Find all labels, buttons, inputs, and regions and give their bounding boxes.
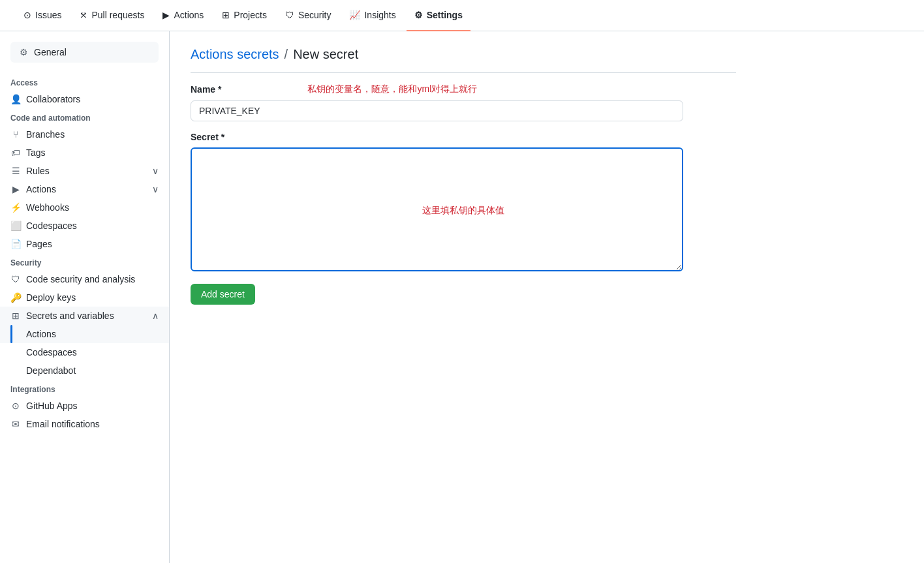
branches-label: Branches	[26, 129, 65, 140]
general-label: General	[34, 47, 67, 57]
nav-label-actions: Actions	[174, 10, 204, 20]
name-input[interactable]	[191, 100, 683, 121]
add-secret-button[interactable]: Add secret	[191, 284, 255, 305]
nav-label-projects: Projects	[234, 10, 267, 20]
tags-label: Tags	[26, 147, 46, 158]
settings-icon: ⚙	[414, 10, 423, 20]
breadcrumb-link[interactable]: Actions secrets	[191, 47, 279, 62]
codespaces-sub-label: Codespaces	[26, 347, 77, 358]
code-security-icon: 🛡	[10, 274, 21, 284]
sidebar-item-email-notifications[interactable]: ✉ Email notifications	[0, 415, 169, 433]
actions-sub-label: Actions	[26, 329, 56, 339]
codespaces-label: Codespaces	[26, 221, 77, 231]
projects-icon: ⊞	[222, 10, 230, 20]
actions-label: Actions	[26, 184, 56, 194]
github-apps-label: GitHub Apps	[26, 401, 78, 411]
secret-form-group: Secret * 这里填私钥的具体值	[191, 132, 736, 273]
github-apps-icon: ⊙	[10, 401, 21, 411]
webhook-icon: ⚡	[10, 202, 21, 213]
sidebar-item-actions[interactable]: ▶ Actions ∨	[0, 180, 169, 198]
page-layout: General Access 👤 Collaborators Code and …	[0, 31, 924, 563]
secrets-icon: ⊞	[10, 311, 21, 321]
secrets-variables-label: Secrets and variables	[26, 311, 114, 321]
branch-icon: ⑂	[10, 129, 21, 140]
email-notifications-label: Email notifications	[26, 419, 100, 429]
actions-nav-icon: ▶	[162, 10, 170, 20]
rules-label: Rules	[26, 166, 50, 176]
pages-label: Pages	[26, 239, 52, 249]
nav-item-issues[interactable]: ⊙ Issues	[16, 0, 69, 31]
gear-icon	[18, 47, 29, 57]
sidebar-section-integrations: Integrations	[0, 380, 169, 397]
sidebar-item-secrets-variables[interactable]: ⊞ Secrets and variables ∧	[0, 307, 169, 325]
sidebar-item-tags[interactable]: 🏷 Tags	[0, 144, 169, 162]
tag-icon: 🏷	[10, 147, 21, 158]
sidebar-sub-item-codespaces[interactable]: Codespaces	[0, 343, 169, 361]
collaborators-label: Collaborators	[26, 94, 80, 104]
nav-label-insights: Insights	[364, 10, 395, 20]
name-annotation: 私钥的变量名，随意，能和yml对得上就行	[307, 84, 477, 95]
email-icon: ✉	[10, 419, 21, 429]
pull-requests-icon: ⤧	[80, 10, 87, 20]
nav-item-security[interactable]: 🛡 Security	[277, 0, 339, 31]
sidebar-item-deploy-keys[interactable]: 🔑 Deploy keys	[0, 288, 169, 307]
top-navigation: ⊙ Issues ⤧ Pull requests ▶ Actions ⊞ Pro…	[0, 0, 924, 31]
nav-item-actions[interactable]: ▶ Actions	[155, 0, 211, 31]
main-content: Actions secrets / New secret Name * 私钥的变…	[170, 31, 757, 563]
name-label: Name *	[191, 84, 221, 95]
name-form-group: Name * 私钥的变量名，随意，能和yml对得上就行	[191, 84, 736, 121]
nav-label-issues: Issues	[35, 10, 61, 20]
actions-sidebar-icon: ▶	[10, 184, 21, 194]
sidebar-section-access: Access	[0, 73, 169, 90]
sidebar-item-pages[interactable]: 📄 Pages	[0, 235, 169, 253]
sidebar-item-webhooks[interactable]: ⚡ Webhooks	[0, 198, 169, 217]
insights-icon: 📈	[349, 10, 360, 20]
pages-icon: 📄	[10, 239, 21, 249]
sidebar-item-github-apps[interactable]: ⊙ GitHub Apps	[0, 397, 169, 415]
sidebar-item-codespaces[interactable]: ⬜ Codespaces	[0, 217, 169, 235]
nav-item-pull-requests[interactable]: ⤧ Pull requests	[72, 0, 152, 31]
codespaces-icon: ⬜	[10, 221, 21, 231]
sidebar: General Access 👤 Collaborators Code and …	[0, 31, 170, 563]
secrets-chevron-icon: ∧	[152, 311, 159, 321]
sidebar-section-security: Security	[0, 253, 169, 270]
issues-icon: ⊙	[23, 10, 31, 20]
sidebar-general-section: General	[10, 42, 159, 63]
security-nav-icon: 🛡	[285, 10, 294, 20]
sidebar-sub-item-dependabot[interactable]: Dependabot	[0, 361, 169, 380]
sidebar-sub-item-actions[interactable]: Actions	[0, 325, 169, 343]
nav-item-insights[interactable]: 📈 Insights	[341, 0, 403, 31]
sidebar-item-rules[interactable]: ☰ Rules ∨	[0, 162, 169, 180]
general-button[interactable]: General	[10, 42, 159, 63]
actions-chevron-icon: ∨	[152, 184, 159, 194]
nav-item-settings[interactable]: ⚙ Settings	[407, 0, 470, 31]
code-security-label: Code security and analysis	[26, 274, 135, 284]
deploy-keys-label: Deploy keys	[26, 292, 76, 303]
page-header: Actions secrets / New secret	[191, 47, 736, 73]
secret-textarea[interactable]	[191, 147, 683, 271]
dependabot-sub-label: Dependabot	[26, 365, 76, 376]
rules-icon: ☰	[10, 166, 21, 176]
person-icon: 👤	[10, 94, 21, 104]
sidebar-section-code-automation: Code and automation	[0, 108, 169, 125]
page-title: New secret	[293, 47, 358, 62]
webhooks-label: Webhooks	[26, 202, 69, 213]
rules-chevron-icon: ∨	[152, 166, 159, 176]
sidebar-item-code-security[interactable]: 🛡 Code security and analysis	[0, 270, 169, 288]
secret-label: Secret *	[191, 132, 736, 142]
secrets-sub-items: Actions Codespaces Dependabot	[0, 325, 169, 380]
nav-item-projects[interactable]: ⊞ Projects	[214, 0, 275, 31]
sidebar-item-branches[interactable]: ⑂ Branches	[0, 125, 169, 144]
nav-label-security: Security	[298, 10, 331, 20]
breadcrumb-separator: /	[285, 47, 288, 62]
sidebar-item-collaborators[interactable]: 👤 Collaborators	[0, 90, 169, 108]
nav-label-pull-requests: Pull requests	[91, 10, 144, 20]
deploy-key-icon: 🔑	[10, 292, 21, 303]
nav-label-settings: Settings	[427, 10, 463, 20]
